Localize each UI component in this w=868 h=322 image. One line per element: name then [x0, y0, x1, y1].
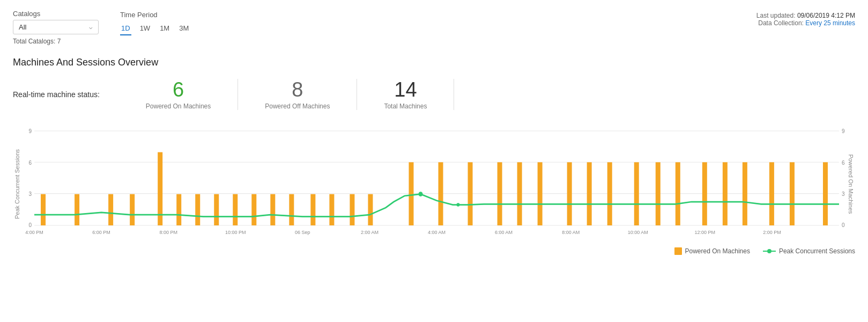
- bar-29: [702, 162, 707, 225]
- data-collection-row: Data Collection: Every 25 minutes: [756, 19, 855, 27]
- bar-25: [607, 162, 612, 225]
- time-period-section: Time Period 1D 1W 1M 3M: [120, 10, 190, 35]
- bar-4: [130, 194, 135, 225]
- time-btn-1w[interactable]: 1W: [139, 23, 152, 35]
- bar-31: [743, 162, 747, 225]
- time-period-label: Time Period: [120, 11, 190, 19]
- bar-17: [409, 162, 413, 225]
- svg-text:9: 9: [28, 128, 32, 135]
- catalogs-label: Catalogs: [13, 10, 99, 18]
- total-catalogs: Total Catalogs: 7: [13, 38, 99, 45]
- bar-3: [108, 194, 113, 225]
- bar-15: [350, 194, 354, 225]
- time-btn-3m[interactable]: 3M: [178, 23, 190, 35]
- stat-powered-on: 6 Powered On Machines: [119, 79, 238, 110]
- legend-bar-icon: [674, 247, 682, 255]
- last-updated-row: Last updated: 09/06/2019 4:12 PM: [756, 12, 855, 19]
- bar-18: [439, 162, 443, 225]
- stat-powered-off: 8 Powered Off Machines: [238, 79, 357, 110]
- svg-text:6:00 PM: 6:00 PM: [92, 229, 110, 236]
- legend-bar-label: Powered On Machines: [685, 247, 750, 255]
- svg-text:3: 3: [28, 190, 32, 197]
- catalogs-dropdown[interactable]: All ⌵: [13, 20, 99, 34]
- stat-total: 14 Total Machines: [357, 79, 454, 110]
- stat-powered-on-number: 6: [173, 79, 184, 101]
- bar-2: [75, 194, 79, 225]
- bar-1: [41, 194, 46, 225]
- realtime-label: Real-time machine status:: [13, 90, 100, 99]
- bar-9: [233, 194, 238, 225]
- data-collection-label: Data Collection:: [758, 19, 804, 27]
- page-container: Catalogs All ⌵ Total Catalogs: 7 Time Pe…: [0, 0, 868, 322]
- bar-23: [567, 162, 572, 225]
- svg-text:9: 9: [842, 128, 845, 135]
- bar-21: [517, 162, 522, 225]
- svg-text:3: 3: [842, 190, 845, 197]
- bar-12: [289, 194, 294, 225]
- bar-10: [251, 194, 256, 225]
- bar-22: [538, 162, 543, 225]
- stat-total-number: 14: [394, 79, 417, 101]
- header-right: Last updated: 09/06/2019 4:12 PM Data Co…: [756, 10, 855, 27]
- svg-text:6: 6: [842, 159, 845, 166]
- time-period-buttons: 1D 1W 1M 3M: [120, 23, 190, 35]
- chart-svg: Peak Concurrent Sessions Powered On Mach…: [13, 125, 855, 243]
- svg-text:8:00 PM: 8:00 PM: [159, 229, 177, 236]
- bar-20: [498, 162, 502, 225]
- svg-text:0: 0: [842, 222, 845, 229]
- line-dot-2: [457, 203, 460, 207]
- section-title: Machines And Sessions Overview: [13, 57, 855, 68]
- stat-powered-off-number: 8: [292, 79, 303, 101]
- line-dot-peak: [418, 192, 422, 196]
- last-updated-label: Last updated:: [756, 12, 796, 19]
- bar-6: [176, 194, 181, 225]
- time-btn-1m[interactable]: 1M: [159, 23, 170, 35]
- bar-34: [823, 162, 828, 225]
- bar-19: [468, 162, 473, 225]
- svg-text:6: 6: [28, 159, 32, 166]
- stat-powered-on-desc: Powered On Machines: [146, 103, 211, 110]
- bar-24: [587, 162, 592, 225]
- svg-text:4:00 PM: 4:00 PM: [25, 229, 43, 236]
- legend-line-dot-icon: [767, 249, 771, 253]
- header-row: Catalogs All ⌵ Total Catalogs: 7 Time Pe…: [13, 10, 855, 45]
- catalogs-section: Catalogs All ⌵ Total Catalogs: 7: [13, 10, 99, 45]
- data-collection-value: Every 25 minutes: [805, 19, 855, 27]
- bar-28: [676, 162, 680, 225]
- chart-legend: Powered On Machines Peak Concurrent Sess…: [13, 247, 855, 255]
- catalogs-value: All: [19, 23, 26, 31]
- chevron-down-icon: ⌵: [89, 24, 93, 31]
- legend-bar-item: Powered On Machines: [674, 247, 750, 255]
- stat-total-desc: Total Machines: [384, 103, 427, 110]
- svg-text:4:00 AM: 4:00 AM: [428, 229, 446, 236]
- bar-33: [790, 162, 795, 225]
- svg-text:12:00 PM: 12:00 PM: [695, 229, 716, 236]
- svg-text:10:00 PM: 10:00 PM: [225, 229, 246, 236]
- svg-text:Powered On Machines: Powered On Machines: [848, 154, 854, 214]
- bar-14: [329, 194, 334, 225]
- bar-32: [769, 162, 774, 225]
- bar-8: [214, 194, 219, 225]
- bar-7: [195, 194, 200, 225]
- bar-27: [656, 162, 661, 225]
- bar-16: [368, 194, 373, 225]
- stat-powered-off-desc: Powered Off Machines: [265, 103, 330, 110]
- bar-13: [310, 194, 315, 225]
- svg-text:2:00 AM: 2:00 AM: [361, 229, 379, 236]
- legend-line-label: Peak Concurrent Sessions: [779, 247, 855, 255]
- realtime-row: Real-time machine status: 6 Powered On M…: [13, 79, 855, 110]
- svg-text:8:00 AM: 8:00 AM: [562, 229, 580, 236]
- time-btn-1d[interactable]: 1D: [120, 23, 131, 35]
- legend-line-item: Peak Concurrent Sessions: [763, 247, 855, 255]
- svg-text:6:00 AM: 6:00 AM: [495, 229, 513, 236]
- svg-text:Peak Concurrent Sessions: Peak Concurrent Sessions: [14, 149, 20, 219]
- svg-text:10:00 AM: 10:00 AM: [628, 229, 648, 236]
- bar-30: [723, 162, 728, 225]
- svg-text:0: 0: [28, 222, 32, 229]
- svg-text:2:00 PM: 2:00 PM: [763, 229, 781, 236]
- bar-26: [634, 162, 639, 225]
- sessions-line: [34, 194, 839, 216]
- bar-11: [270, 194, 275, 225]
- chart-container: Peak Concurrent Sessions Powered On Mach…: [13, 125, 855, 243]
- legend-line-icon: [763, 251, 776, 252]
